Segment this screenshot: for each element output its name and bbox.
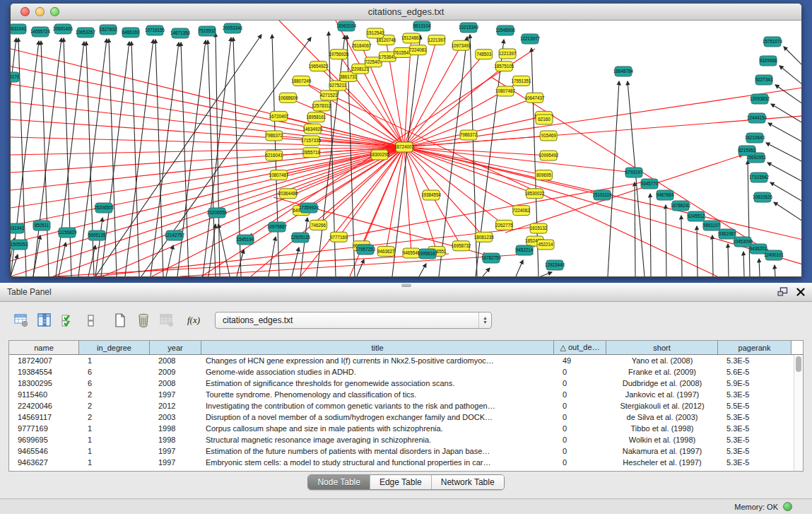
table-cell[interactable]: Changes of HCN gene expression and I(f) … xyxy=(201,355,554,366)
table-cell[interactable]: 5.3E-5 xyxy=(718,423,792,434)
new-table-button[interactable] xyxy=(110,310,130,330)
column-header-out_de[interactable]: △ out_de… xyxy=(554,341,606,354)
table-cell[interactable]: 9699695 xyxy=(9,434,79,445)
window-titlebar[interactable]: citations_edges.txt xyxy=(11,4,801,21)
table-cell[interactable]: 0 xyxy=(554,411,606,423)
table-cell[interactable]: 5.3E-5 xyxy=(718,445,792,457)
table-row[interactable]: 1456911722003Disruption of a novel membe… xyxy=(9,411,803,423)
table-cell[interactable]: Yano et al. (2008) xyxy=(606,355,718,366)
table-cell[interactable]: Disruption of a novel member of a sodium… xyxy=(201,411,554,423)
table-cell[interactable]: Estimation of the future numbers of pati… xyxy=(201,445,554,457)
table-cell[interactable]: 1 xyxy=(79,423,150,434)
table-row[interactable]: 2242004622012Investigating the contribut… xyxy=(9,400,803,411)
table-cell[interactable]: 2 xyxy=(79,411,150,423)
table-cell[interactable]: 5.6E-5 xyxy=(718,366,792,378)
table-cell[interactable]: 19384554 xyxy=(9,366,79,378)
table-row[interactable]: 1938455462009Genome-wide association stu… xyxy=(9,366,803,378)
tab-node-table[interactable]: Node Table xyxy=(308,475,370,489)
table-row[interactable]: 946362711997Embryonic stem cells: a mode… xyxy=(9,457,803,468)
table-cell[interactable]: 5.5E-5 xyxy=(718,400,792,411)
zoom-window-button[interactable] xyxy=(50,7,59,16)
table-cell[interactable]: 9465546 xyxy=(9,445,79,457)
table-cell[interactable]: 2003 xyxy=(150,411,201,423)
close-window-button[interactable] xyxy=(20,7,30,16)
table-cell[interactable]: Dudbridge et al. (2008) xyxy=(606,378,718,389)
table-row[interactable]: 1872400712008Changes of HCN gene express… xyxy=(9,355,803,366)
table-cell[interactable]: 5.3E-5 xyxy=(718,389,792,400)
table-cell[interactable]: 0 xyxy=(554,378,606,389)
table-row[interactable]: 911546021997Tourette syndrome. Phenomeno… xyxy=(9,389,803,400)
deselect-all-button[interactable] xyxy=(81,310,101,330)
table-cell[interactable]: Tourette syndrome. Phenomenology and cla… xyxy=(201,389,554,400)
minimize-window-button[interactable] xyxy=(35,7,45,16)
column-visibility-button[interactable] xyxy=(35,310,54,330)
table-cell[interactable]: Wolkin et al. (1998) xyxy=(606,434,718,445)
table-cell[interactable]: Embryonic stem cells: a model to study s… xyxy=(201,457,554,468)
delete-button[interactable] xyxy=(134,310,153,330)
column-header-in_degree[interactable]: in_degree xyxy=(79,341,150,354)
table-cell[interactable]: Nakamura et al. (1997) xyxy=(606,445,718,457)
table-cell[interactable]: 1997 xyxy=(150,457,201,468)
table-cell[interactable]: 9463627 xyxy=(9,457,79,468)
table-cell[interactable]: 2008 xyxy=(150,355,201,366)
table-cell[interactable]: 1997 xyxy=(150,445,201,457)
table-row[interactable]: 969969511998Structural magnetic resonanc… xyxy=(9,434,803,445)
table-cell[interactable]: 1997 xyxy=(150,389,201,400)
table-cell[interactable]: 0 xyxy=(554,445,606,457)
table-cell[interactable]: Genome-wide association studies in ADHD. xyxy=(201,366,554,378)
table-cell[interactable]: de Silva et al. (2003) xyxy=(606,411,718,423)
panel-resize-grip[interactable] xyxy=(401,284,411,287)
vertical-scrollbar[interactable] xyxy=(794,355,803,471)
table-cell[interactable]: 2 xyxy=(79,389,150,400)
table-options-button[interactable] xyxy=(11,310,31,330)
tab-edge-table[interactable]: Edge Table xyxy=(370,475,432,489)
float-panel-icon[interactable] xyxy=(777,286,788,299)
scrollbar-thumb[interactable] xyxy=(796,356,801,372)
tab-network-table[interactable]: Network Table xyxy=(432,475,504,489)
table-cell[interactable]: 2012 xyxy=(150,400,201,411)
table-cell[interactable]: 9115460 xyxy=(9,389,79,400)
table-cell[interactable]: 18724007 xyxy=(9,355,79,366)
table-cell[interactable]: 6 xyxy=(79,378,150,389)
table-cell[interactable]: 5.3E-5 xyxy=(718,434,792,445)
table-cell[interactable]: 9777169 xyxy=(9,423,79,434)
table-cell[interactable]: 2008 xyxy=(150,378,201,389)
table-cell[interactable]: 2009 xyxy=(150,366,201,378)
table-cell[interactable]: 2 xyxy=(79,400,150,411)
table-cell[interactable]: 5.3E-5 xyxy=(718,411,792,423)
table-cell[interactable]: 1 xyxy=(79,457,150,468)
table-cell[interactable]: Structural magnetic resonance image aver… xyxy=(201,434,554,445)
table-cell[interactable]: 49 xyxy=(554,355,606,366)
table-cell[interactable]: 1 xyxy=(79,434,150,445)
table-cell[interactable]: Stergiakouli et al. (2012) xyxy=(606,400,718,411)
select-all-button[interactable] xyxy=(58,310,78,330)
table-cell[interactable]: 5.3E-5 xyxy=(718,355,792,366)
function-builder-button[interactable]: f(x) xyxy=(184,310,204,330)
table-cell[interactable]: 14569117 xyxy=(9,411,79,423)
table-cell[interactable]: 0 xyxy=(554,366,606,378)
table-row[interactable]: 977716911998Corpus callosum shape and si… xyxy=(9,423,803,434)
table-cell[interactable]: 5.3E-5 xyxy=(718,457,792,468)
column-header-short[interactable]: short xyxy=(606,341,718,354)
table-cell[interactable]: 1998 xyxy=(150,423,201,434)
table-row[interactable]: 1830029562008Estimation of significance … xyxy=(9,378,803,389)
table-cell[interactable]: 0 xyxy=(554,400,606,411)
table-cell[interactable]: 1 xyxy=(79,445,150,457)
table-cell[interactable]: 1998 xyxy=(150,434,201,445)
table-selector-dropdown[interactable]: citations_edges.txt ▲▼ xyxy=(215,312,492,329)
table-row[interactable]: 946554611997Estimation of the future num… xyxy=(9,445,803,457)
table-cell[interactable]: 0 xyxy=(554,434,606,445)
close-panel-icon[interactable] xyxy=(796,286,805,299)
column-header-name[interactable]: name xyxy=(9,341,79,354)
table-cell[interactable]: 0 xyxy=(554,423,606,434)
table-cell[interactable]: 6 xyxy=(79,366,150,378)
column-header-year[interactable]: year xyxy=(150,341,201,354)
network-canvas[interactable]: 1512486112213971097349374850318575105175… xyxy=(11,21,801,276)
table-cell[interactable]: 5.9E-5 xyxy=(718,378,792,389)
table-cell[interactable]: Investigating the contribution of common… xyxy=(201,400,554,411)
table-cell[interactable]: 0 xyxy=(554,389,606,400)
table-cell[interactable]: 0 xyxy=(554,457,606,468)
table-cell[interactable]: Hescheler et al. (1997) xyxy=(606,457,718,468)
table-cell[interactable]: Franke et al. (2009) xyxy=(606,366,718,378)
table-cell[interactable]: 18300295 xyxy=(9,378,79,389)
